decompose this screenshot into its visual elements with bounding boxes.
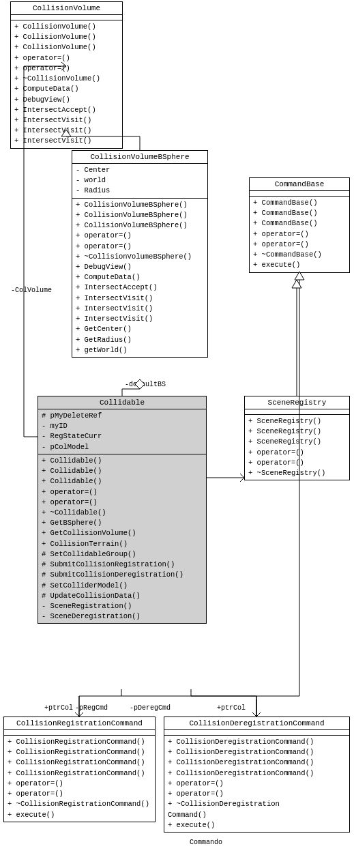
collision-volume-box: CollisionVolume + CollisionVolume() + Co… xyxy=(10,1,123,149)
command-base-empty xyxy=(250,191,349,197)
collidable-methods: + Collidable() + Collidable() + Collidab… xyxy=(38,454,206,624)
scene-registry-box: SceneRegistry + SceneRegistry() + SceneR… xyxy=(244,396,350,480)
collision-volume-bsphere-attrs: - Center - world - Radius xyxy=(72,164,207,199)
collision-deregistration-command-methods: + CollisionDeregistrationCommand() + Col… xyxy=(164,736,349,832)
command-base-title: CommandBase xyxy=(250,178,349,191)
collision-registration-command-box: CollisionRegistrationCommand + Collision… xyxy=(3,717,156,822)
svg-marker-17 xyxy=(292,280,301,288)
collidable-attrs: # pMyDeleteRef - myID - RegStateCurr - p… xyxy=(38,409,206,454)
scene-registry-methods: + SceneRegistry() + SceneRegistry() + Sc… xyxy=(245,415,349,480)
collision-volume-empty-section xyxy=(11,15,122,20)
collision-volume-title: CollisionVolume xyxy=(11,2,122,15)
default-bs-label: -defaultBS xyxy=(125,381,166,388)
svg-marker-15 xyxy=(295,272,304,280)
collision-volume-bsphere-title: CollisionVolumeBSphere xyxy=(72,151,207,164)
collision-registration-command-methods: + CollisionRegistrationCommand() + Colli… xyxy=(4,736,155,822)
collision-registration-command-empty xyxy=(4,730,155,736)
p-dereg-cmd-label: -pDeregCmd xyxy=(130,704,171,712)
command-base-box: CommandBase + CommandBase() + CommandBas… xyxy=(249,177,350,273)
collision-registration-command-title: CollisionRegistrationCommand xyxy=(4,717,155,730)
collision-deregistration-command-title: CollisionDeregistrationCommand xyxy=(164,717,349,730)
collision-deregistration-command-empty xyxy=(164,730,349,736)
diagram-container: CollisionVolume + CollisionVolume() + Co… xyxy=(0,0,354,868)
collision-volume-methods: + CollisionVolume() + CollisionVolume() … xyxy=(11,20,122,148)
collision-deregistration-command-box: CollisionDeregistrationCommand + Collisi… xyxy=(164,717,350,833)
collidable-box: Collidable # pMyDeleteRef - myID - RegSt… xyxy=(38,396,207,624)
col-volume-label: -ColVolume xyxy=(11,287,52,294)
command-base-methods: + CommandBase() + CommandBase() + Comman… xyxy=(250,197,349,272)
ptr-col-2-label: +ptrCol xyxy=(217,704,246,712)
commando-label: Commando xyxy=(190,839,222,846)
collision-volume-bsphere-box: CollisionVolumeBSphere - Center - world … xyxy=(72,150,208,358)
collision-volume-bsphere-methods: + CollisionVolumeBSphere() + CollisionVo… xyxy=(72,199,207,357)
p-reg-cmd-label: -pRegCmd xyxy=(75,704,108,712)
scene-registry-title: SceneRegistry xyxy=(245,396,349,409)
scene-registry-empty xyxy=(245,409,349,415)
ptr-col-1-label: +ptrCol xyxy=(44,704,73,712)
collidable-title: Collidable xyxy=(38,396,206,409)
